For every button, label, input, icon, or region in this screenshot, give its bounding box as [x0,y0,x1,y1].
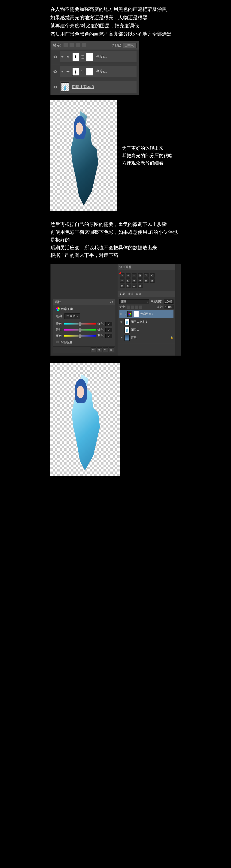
character-figure [64,111,104,206]
mid-text-block: 然后再根据自己的原图的需要，重复的微调下以上步骤 再使用色彩平衡来调整下色彩，如… [50,220,181,259]
posterize-adj-icon[interactable]: ▤ [120,283,124,288]
layer-row[interactable]: ☀ 亮度/... [50,50,139,64]
lock-icon[interactable] [139,306,142,309]
mask-thumb[interactable] [72,68,79,76]
expand-icon[interactable] [61,56,64,58]
expand-icon[interactable] [61,71,64,72]
layer-thumb[interactable] [124,327,129,333]
lock-label: 锁定: [53,43,61,48]
trash-icon[interactable]: 🗑 [109,347,114,352]
intro-line: 在人物不需要加强亮度的地方用黑色的画笔把蒙版涂黑 [50,5,181,13]
preserve-lum-row[interactable]: ✓ 保留明度 [56,340,112,344]
lock-all-icon[interactable] [82,43,86,47]
checkbox-label: 保留明度 [60,340,72,344]
mask-thumb-white[interactable] [86,68,93,76]
prev-icon[interactable]: ◉ [97,347,102,352]
layer-thumb[interactable] [61,83,69,92]
mask-thumb-white[interactable] [86,53,93,61]
lock-icon[interactable] [135,306,138,309]
intro-line: 就再建个亮度/对比度的图层，把亮度调低 [50,22,181,29]
layer-row[interactable]: 👁 背景 🔒 [119,334,174,342]
color-balance-icon [56,307,60,311]
tab-label: 属性 [55,300,61,304]
mask-thumb[interactable] [134,311,139,317]
link-icon[interactable] [81,55,84,59]
lock-transparent-icon[interactable] [64,43,68,47]
clip-icon[interactable]: ▭ [90,347,96,352]
exposure-adj-icon[interactable]: ▣ [138,273,143,278]
tab-menu-icon[interactable]: ▸≡ [110,301,113,304]
threshold-adj-icon[interactable]: ◩ [126,283,130,288]
slider-track[interactable] [64,335,96,337]
vibrance-adj-icon[interactable]: ▽ [144,273,149,278]
lock-row: 锁定: 填充: 100% [119,305,174,309]
intro-line: 如果感觉高光的地方还是很亮，人物还是很黑 [50,14,181,21]
slider-right-label: 蓝色 [98,334,104,338]
channels-tab[interactable]: 通道 [128,292,133,296]
layers-tab[interactable]: 图层 [119,292,125,296]
fill-value[interactable]: 100% [164,305,174,309]
checkbox-icon[interactable]: ✓ [56,341,59,344]
mask-thumb[interactable] [72,53,79,61]
char-face [76,122,83,135]
mid-line: 后期灵活应变，所以我也不会把具体的数据放出来 [50,244,181,252]
lock-position-icon[interactable] [76,43,80,47]
visibility-icon[interactable]: 👁 [120,336,123,339]
slider-left-label: 洋红 [56,328,62,332]
layer-thumb[interactable] [124,319,129,325]
title-text: 色彩平衡 [61,307,73,311]
reset-icon[interactable]: ↺ [103,347,108,352]
fill-label: 填充: [113,43,121,48]
layer-content: ☀ 亮度/... [60,66,137,77]
visibility-icon[interactable]: 👁 [120,312,123,316]
blend-mode-select[interactable]: 正常 [119,299,149,304]
opacity-value[interactable]: 100% [164,300,174,304]
paths-tab[interactable]: 路径 [136,292,142,296]
photofilter-adj-icon[interactable]: ◉ [132,278,137,283]
photoshop-ui: 属性 ▸≡ 色彩平衡 色调: 中间调 青色 红色 [50,264,181,356]
visibility-toggle[interactable] [53,69,57,74]
tone-select[interactable]: 中间调 [65,313,80,319]
layer-row[interactable]: 图层 1 [119,326,174,334]
slider-value[interactable]: 0 [105,334,112,338]
hue-adj-icon[interactable]: ◐ [150,273,155,278]
slider-track[interactable] [64,329,96,331]
gradmap-adj-icon[interactable]: ▬ [132,283,137,288]
curves-adj-icon[interactable]: ∿ [132,273,137,278]
invert-adj-icon[interactable]: ◨ [150,278,155,283]
levels-adj-icon[interactable]: ⟠ [126,273,130,278]
layer-row[interactable]: ☀ 亮度/... [50,64,139,79]
lock-pixels-icon[interactable] [70,43,74,47]
bw-adj-icon[interactable]: ◧ [126,278,130,283]
tutorial-page: 在人物不需要加强亮度的地方用黑色的画笔把蒙版涂黑 如果感觉高光的地方还是很亮，人… [50,0,181,481]
adj-thumb[interactable] [127,311,132,317]
layer-thumb[interactable] [124,335,129,341]
visibility-icon[interactable]: 👁 [120,320,123,323]
layer-row[interactable]: 👁 图层 1 副本 3 [119,318,174,326]
fill-label: 填充: [157,305,163,309]
channelmix-adj-icon[interactable]: ◈ [138,278,143,283]
lock-icon[interactable] [131,306,134,309]
expand-icon[interactable]: ▾ [124,312,126,316]
slider-value[interactable]: 0 [105,322,112,326]
layer-row[interactable]: 👁 ▾ 色彩平衡 1 [119,310,174,318]
tone-label: 色调: [56,314,63,318]
slider-mag-green: 洋红 绿色 0 [56,328,112,332]
lock-icon[interactable] [126,306,130,309]
slider-track[interactable] [64,323,96,324]
adj-icons-row: ☀ ⟠ ∿ ▣ ▽ ◐ [120,273,173,278]
layer-row[interactable]: 图层 1 副本 3 [50,79,139,95]
selcolor-adj-icon[interactable]: ◪ [138,283,143,288]
link-icon[interactable] [81,70,84,73]
panel-tab[interactable]: 属性 ▸≡ [53,299,115,305]
fill-value[interactable]: 100% [123,42,137,48]
colorbalance-adj-icon[interactable]: ⚖ [120,278,124,283]
slider-value[interactable]: 0 [105,328,112,332]
layers-tabs: 图层 通道 路径 [118,291,175,297]
mid-line: 再使用色彩平衡来调整下色彩，如果愿意使用LR的小伙伴也是极好的 [50,228,181,244]
layers-panel-right: 图层 通道 路径 正常 不透明度: 100% 锁定: [118,291,175,343]
colorlookup-adj-icon[interactable]: ▦ [144,278,149,283]
visibility-toggle[interactable] [53,85,57,89]
visibility-toggle[interactable] [53,55,57,59]
slider-left-label: 青色 [56,322,62,326]
